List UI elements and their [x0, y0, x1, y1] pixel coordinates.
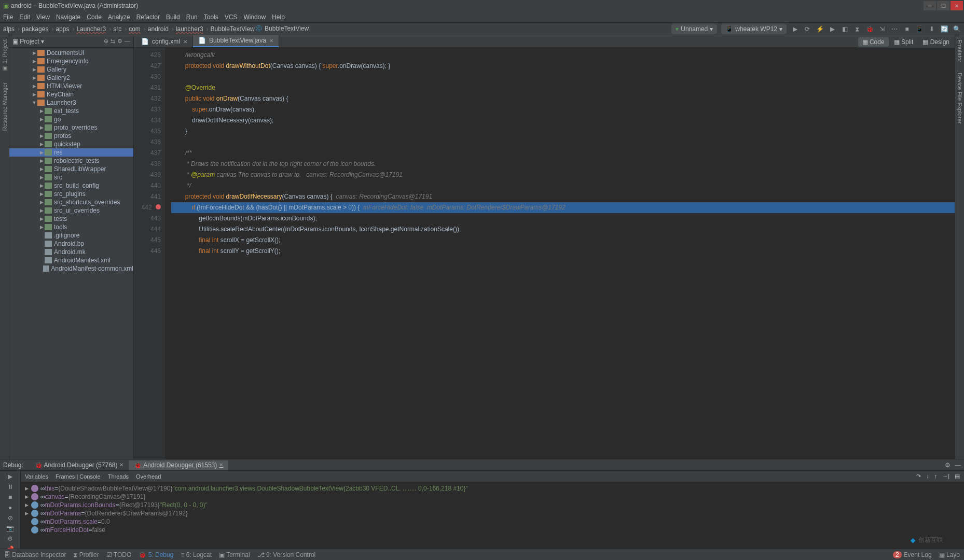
tree-item-ext_tests[interactable]: ▶ext_tests — [9, 107, 133, 115]
menu-edit[interactable]: Edit — [19, 13, 30, 21]
menu-file[interactable]: File — [3, 13, 13, 21]
evaluate-icon[interactable]: ▤ — [955, 473, 960, 480]
tree-item-KeyChain[interactable]: ▶KeyChain — [9, 90, 133, 99]
debug-hide-icon[interactable]: — — [955, 461, 961, 469]
breadcrumb-item[interactable]: Launcher3 — [76, 25, 106, 33]
minimize-button[interactable]: ─ — [924, 1, 936, 10]
emulator-tool-button[interactable]: Emulator — [957, 39, 963, 62]
step-out-icon[interactable]: ↑ — [934, 473, 938, 480]
resource-manager-tool-button[interactable]: Resource Manager — [2, 82, 8, 131]
resume-icon[interactable]: ▶ — [5, 473, 16, 480]
tree-item-Android.bp[interactable]: Android.bp — [9, 240, 133, 248]
line-gutter[interactable]: 4264274304314324334344354364374384394404… — [134, 48, 165, 459]
tree-item-AndroidManifest.xml[interactable]: AndroidManifest.xml — [9, 256, 133, 264]
tree-item-Android.mk[interactable]: Android.mk — [9, 248, 133, 256]
menu-tools[interactable]: Tools — [204, 13, 218, 21]
tree-item-tools[interactable]: ▶tools — [9, 223, 133, 231]
menu-run[interactable]: Run — [186, 13, 198, 21]
stop-debug-icon[interactable]: ■ — [5, 494, 16, 501]
tree-item-Gallery[interactable]: ▶Gallery — [9, 65, 133, 74]
stop-icon[interactable]: ■ — [903, 25, 911, 33]
device-selector[interactable]: 📱 wheatek WP12 ▾ — [721, 24, 787, 34]
tree-item-src[interactable]: ▶src — [9, 173, 133, 181]
search-icon[interactable]: 🔍 — [953, 25, 961, 33]
expand-icon[interactable]: ⇆ — [111, 38, 115, 45]
project-view-selector[interactable]: ▣ Project ▾ — [12, 38, 44, 45]
hide-icon[interactable]: — — [125, 38, 130, 45]
run-config-selector[interactable]: ▾Unnamed ▾ — [671, 24, 717, 34]
mute-bp-icon[interactable]: ⊘ — [5, 514, 16, 522]
camera-icon[interactable]: 📷 — [5, 525, 16, 532]
tree-item-Gallery2[interactable]: ▶Gallery2 — [9, 74, 133, 82]
tree-item-src_shortcuts_overrides[interactable]: ▶src_shortcuts_overrides — [9, 198, 133, 206]
close-button[interactable]: ✕ — [951, 1, 963, 10]
project-tree[interactable]: ▶DocumentsUI▶EmergencyInfo▶Gallery▶Galle… — [9, 48, 133, 459]
tree-item-go[interactable]: ▶go — [9, 115, 133, 123]
breadcrumb-item[interactable]: launcher3 — [176, 25, 203, 33]
variable-row[interactable]: ∞ mForceHideDot = false — [25, 526, 960, 534]
more-icon[interactable]: ⋯ — [890, 25, 899, 33]
breakpoints-icon[interactable]: ● — [5, 504, 16, 511]
breadcrumb-item[interactable]: BubbleTextView — [211, 25, 255, 33]
breadcrumb-item[interactable]: android — [148, 25, 169, 33]
tree-item-HTMLViewer[interactable]: ▶HTMLViewer — [9, 82, 133, 90]
pause-icon[interactable]: ⏸ — [5, 483, 16, 491]
debug-subtab[interactable]: Frames | Console — [56, 473, 101, 480]
menu-vcs[interactable]: VCS — [225, 13, 238, 21]
tree-item-tests[interactable]: ▶tests — [9, 215, 133, 223]
run-to-cursor-icon[interactable]: →| — [942, 473, 949, 480]
project-tool-button[interactable]: ▣ 1: Project — [1, 39, 8, 72]
menu-analyze[interactable]: Analyze — [108, 13, 130, 21]
variable-row[interactable]: ▶∞ mDotParams = {DotRenderer$DrawParams@… — [25, 509, 960, 517]
tree-item-robolectric_tests[interactable]: ▶robolectric_tests — [9, 157, 133, 165]
debug-session-tab[interactable]: 🐞 Android Debugger (61553) ✕ — [129, 460, 228, 470]
apply-code-icon[interactable]: ⚡ — [816, 25, 824, 33]
menu-build[interactable]: Build — [166, 13, 180, 21]
breadcrumb-item[interactable]: packages — [22, 25, 48, 33]
tree-item-res[interactable]: ▶res — [9, 148, 133, 157]
breadcrumb-item[interactable]: apps — [56, 25, 69, 33]
step-icons[interactable]: ↷ ↓ ↑ →| ▤ — [916, 473, 960, 480]
tree-item-SharedLibWrapper[interactable]: ▶SharedLibWrapper — [9, 165, 133, 173]
sync-icon[interactable]: 🔄 — [940, 25, 948, 33]
tree-item-src_plugins[interactable]: ▶src_plugins — [9, 190, 133, 198]
editor-tab[interactable]: 📄config.xml✕ — [136, 36, 193, 47]
menu-window[interactable]: Window — [243, 13, 266, 21]
status-tool-debug[interactable]: 🐞 5: Debug — [139, 551, 173, 558]
coverage-icon[interactable]: ◧ — [841, 25, 849, 33]
layout-inspector[interactable]: ▦ Layo — [939, 551, 960, 558]
step-into-icon[interactable]: ↓ — [926, 473, 929, 480]
tree-item-protos[interactable]: ▶protos — [9, 132, 133, 140]
tree-item-proto_overrides[interactable]: ▶proto_overrides — [9, 123, 133, 132]
variable-row[interactable]: ▶∞ mDotParams.iconBounds = {Rect@17193} … — [25, 501, 960, 509]
debug-settings-icon[interactable]: ⚙ — [945, 461, 951, 469]
debug-subtab[interactable]: Overhead — [136, 473, 161, 480]
tree-item-src_ui_overrides[interactable]: ▶src_ui_overrides — [9, 206, 133, 215]
variable-row[interactable]: ▶∞ this = {DoubleShadowBubbleTextView@17… — [25, 484, 960, 493]
maximize-button[interactable]: ☐ — [937, 1, 949, 10]
status-tool-database-inspector[interactable]: 🗄 Database Inspector — [4, 551, 66, 558]
settings-icon[interactable]: ⚙ — [117, 38, 122, 45]
avd-icon[interactable]: 📱 — [915, 25, 924, 33]
view-mode-code[interactable]: ▦ Code — [858, 37, 889, 47]
status-tool-terminal[interactable]: ▣ Terminal — [219, 551, 250, 558]
menu-view[interactable]: View — [36, 13, 50, 21]
run-icon[interactable]: ▶ — [791, 25, 799, 33]
debug-session-tab[interactable]: 🐞 Android Debugger (57768) ✕ — [30, 460, 129, 470]
debug-icon[interactable]: 🐞 — [865, 25, 874, 33]
status-tool-version-control[interactable]: ⎇ 9: Version Control — [257, 551, 316, 558]
code-content[interactable]: /wrongcall/ protected void drawWithoutDo… — [165, 48, 955, 459]
menu-help[interactable]: Help — [272, 13, 285, 21]
debug-run-icon[interactable]: ▶ — [828, 25, 836, 33]
tree-item-Launcher3[interactable]: ▼Launcher3 — [9, 99, 133, 107]
status-tool-profiler[interactable]: ⧗ Profiler — [73, 551, 99, 558]
event-log[interactable]: 2 Event Log — [893, 551, 932, 558]
menu-code[interactable]: Code — [87, 13, 102, 21]
tree-item-EmergencyInfo[interactable]: ▶EmergencyInfo — [9, 57, 133, 65]
variable-row[interactable]: ▶∞ canvas = {RecordingCanvas@17191} — [25, 493, 960, 501]
menu-navigate[interactable]: Navigate — [56, 13, 80, 21]
view-mode-split[interactable]: ▦ Split — [890, 37, 918, 47]
status-tool-logcat[interactable]: ≡ 6: Logcat — [181, 551, 212, 558]
attach-icon[interactable]: ⇲ — [878, 25, 886, 33]
breadcrumb-item[interactable]: src — [113, 25, 121, 33]
